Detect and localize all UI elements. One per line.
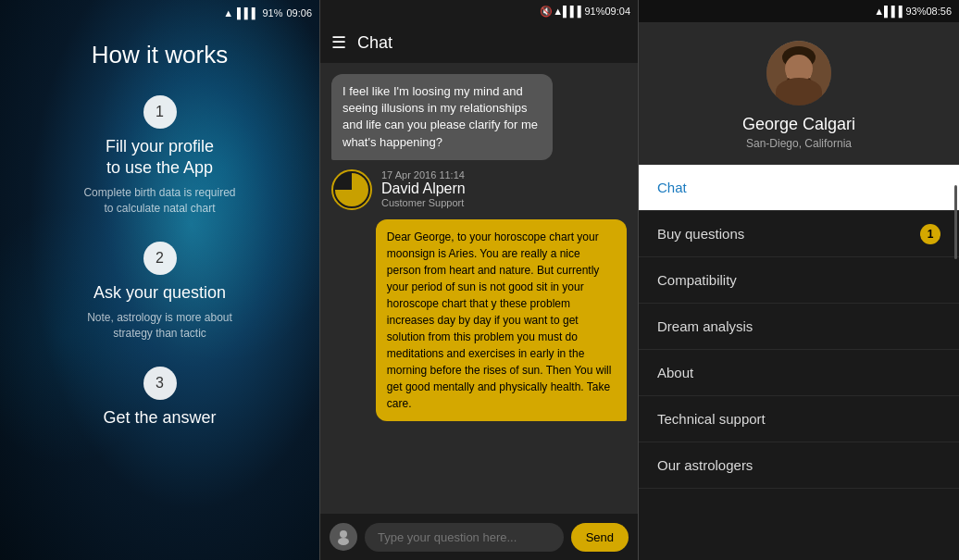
menu-item-compatibility[interactable]: Compatibility	[639, 257, 959, 304]
step-2: 2 Ask your question Note, astrology is m…	[87, 242, 232, 341]
navigation-menu: Chat Buy questions 1 Compatibility Dream…	[639, 165, 959, 560]
profile-section: George Calgari San-Diego, California	[639, 22, 959, 165]
step-1: 1 Fill your profileto use the App Comple…	[83, 95, 235, 216]
step-2-desc: Note, astrology is more aboutstrategy th…	[87, 310, 232, 342]
agent-info: 17 Apr 2016 11:14 David Alpern Customer …	[381, 169, 466, 208]
svg-rect-6	[776, 93, 822, 106]
question-input[interactable]	[365, 523, 564, 552]
panel-chat: 🔇 ▲ ▌▌▌ 91% 09:04 ☰ Chat I feel like I'm…	[319, 0, 639, 560]
menu-icon[interactable]: ☰	[331, 32, 346, 53]
menu-item-dream-analysis[interactable]: Dream analysis	[639, 304, 959, 350]
menu-compatibility-label: Compatibility	[657, 272, 737, 288]
panel-profile-menu: ▲ ▌▌▌ 93% 08:56 George Calg	[639, 0, 959, 560]
status-icons-panel1: ▲ ▌▌▌ 91% 09:06	[223, 7, 312, 19]
input-bar: Send	[320, 514, 638, 560]
avatar-portrait	[766, 41, 831, 106]
svg-point-1	[338, 538, 349, 545]
status-bar-panel3: ▲ ▌▌▌ 93% 08:56	[639, 0, 959, 22]
menu-dream-label: Dream analysis	[657, 318, 753, 334]
time-p3: 08:56	[926, 6, 952, 17]
agent-timestamp: 17 Apr 2016 11:14	[381, 169, 466, 180]
wifi-icon-p3: ▲	[874, 6, 884, 17]
menu-item-chat[interactable]: Chat	[639, 165, 959, 211]
profile-name: George Calgari	[742, 115, 855, 134]
signal-icon-p3: ▌▌▌	[884, 6, 905, 17]
wifi-icon-p2: ▲	[553, 6, 563, 17]
scrollbar[interactable]	[954, 185, 957, 259]
signal-icon: ▌▌▌	[237, 7, 258, 19]
chat-title: Chat	[357, 33, 392, 53]
agent-avatar	[331, 169, 372, 210]
svg-point-5	[786, 74, 812, 93]
profile-avatar	[766, 41, 831, 106]
wifi-icon: ▲	[223, 7, 233, 19]
time-label: 09:06	[286, 7, 312, 19]
svg-point-0	[340, 530, 347, 538]
messages-list: I feel like I'm loosing my mind and seei…	[320, 63, 638, 514]
message-received: I feel like I'm loosing my mind and seei…	[331, 74, 553, 160]
svg-point-4	[786, 56, 812, 85]
avatar-face	[766, 41, 831, 106]
step-2-circle: 2	[143, 242, 177, 275]
status-bar-panel1: ▲ ▌▌▌ 91% 09:06	[0, 0, 319, 22]
step-2-title: Ask your question	[93, 282, 226, 304]
menu-buy-label: Buy questions	[657, 226, 744, 242]
menu-item-buy-questions[interactable]: Buy questions 1	[639, 211, 959, 257]
menu-item-about[interactable]: About	[639, 350, 959, 396]
step-3-circle: 3	[143, 367, 177, 400]
signal-icon-p2: ▌▌▌	[563, 6, 584, 17]
menu-chat-label: Chat	[657, 180, 687, 195]
battery-label: 91%	[262, 7, 282, 19]
panel1-content: ▲ ▌▌▌ 91% 09:06 How it works 1 Fill your…	[0, 0, 319, 560]
menu-about-label: About	[657, 365, 693, 380]
buy-questions-badge: 1	[920, 224, 940, 244]
step-1-title: Fill your profileto use the App	[106, 136, 214, 180]
step-3-title: Get the answer	[103, 407, 216, 429]
agent-role: Customer Support	[381, 197, 466, 208]
menu-astrologers-label: Our astrologers	[657, 457, 753, 473]
panel-how-it-works: ▲ ▌▌▌ 91% 09:06 How it works 1 Fill your…	[0, 0, 319, 560]
send-button[interactable]: Send	[571, 523, 629, 552]
agent-avatar-inner	[335, 173, 368, 206]
menu-item-technical-support[interactable]: Technical support	[639, 396, 959, 442]
step-1-circle: 1	[143, 95, 177, 129]
battery-p2: 91%	[584, 6, 604, 17]
agent-header: 17 Apr 2016 11:14 David Alpern Customer …	[331, 169, 627, 210]
step-1-desc: Complete birth data is requiredto calcul…	[83, 185, 235, 217]
menu-item-our-astrologers[interactable]: Our astrologers	[639, 442, 959, 489]
time-p2: 09:04	[604, 6, 630, 17]
chat-header: ☰ Chat	[320, 22, 638, 63]
step-3: 3 Get the answer	[103, 367, 216, 429]
menu-support-label: Technical support	[657, 411, 766, 427]
mute-icon: 🔇	[540, 6, 553, 18]
message-sent: Dear George, to your horoscope chart you…	[376, 219, 627, 421]
user-avatar-small	[330, 523, 357, 551]
battery-p3: 93%	[905, 6, 926, 17]
profile-location: San-Diego, California	[746, 137, 852, 150]
status-bar-panel2: 🔇 ▲ ▌▌▌ 91% 09:04	[320, 0, 638, 22]
user-icon	[335, 529, 352, 545]
page-title: How it works	[92, 41, 228, 69]
agent-name: David Alpern	[381, 180, 466, 197]
svg-point-3	[782, 46, 816, 68]
